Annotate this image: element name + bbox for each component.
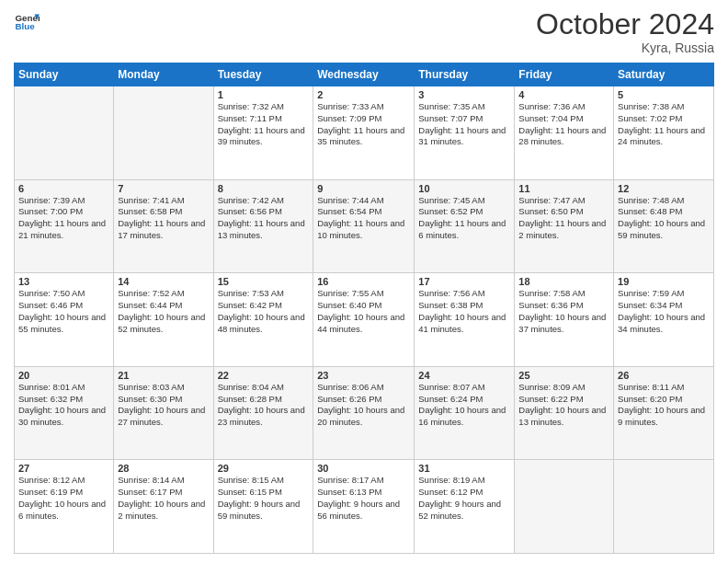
header-friday: Friday xyxy=(515,63,614,86)
svg-text:Blue: Blue xyxy=(15,21,35,31)
table-row: 11Sunrise: 7:47 AM Sunset: 6:50 PM Dayli… xyxy=(515,179,614,273)
calendar-week-row: 20Sunrise: 8:01 AM Sunset: 6:32 PM Dayli… xyxy=(15,366,714,460)
table-row: 31Sunrise: 8:19 AM Sunset: 6:12 PM Dayli… xyxy=(415,460,515,554)
table-row xyxy=(515,460,614,554)
table-row: 7Sunrise: 7:41 AM Sunset: 6:58 PM Daylig… xyxy=(114,179,213,273)
table-row xyxy=(114,86,213,180)
header-monday: Monday xyxy=(114,63,213,86)
table-row: 16Sunrise: 7:55 AM Sunset: 6:40 PM Dayli… xyxy=(313,273,415,367)
table-row: 24Sunrise: 8:07 AM Sunset: 6:24 PM Dayli… xyxy=(415,366,515,460)
day-info: Sunrise: 7:56 AM Sunset: 6:38 PM Dayligh… xyxy=(418,288,510,335)
header: General Blue October 2024 Kyra, Russia xyxy=(14,9,714,55)
day-number: 5 xyxy=(618,89,710,100)
day-number: 30 xyxy=(317,463,410,474)
day-number: 1 xyxy=(218,89,310,100)
calendar-week-row: 1Sunrise: 7:32 AM Sunset: 7:11 PM Daylig… xyxy=(15,86,714,180)
day-info: Sunrise: 8:07 AM Sunset: 6:24 PM Dayligh… xyxy=(418,382,510,429)
table-row: 28Sunrise: 8:14 AM Sunset: 6:17 PM Dayli… xyxy=(114,460,213,554)
table-row: 30Sunrise: 8:17 AM Sunset: 6:13 PM Dayli… xyxy=(313,460,415,554)
table-row: 27Sunrise: 8:12 AM Sunset: 6:19 PM Dayli… xyxy=(15,460,114,554)
table-row: 23Sunrise: 8:06 AM Sunset: 6:26 PM Dayli… xyxy=(313,366,415,460)
table-row: 14Sunrise: 7:52 AM Sunset: 6:44 PM Dayli… xyxy=(114,273,213,367)
table-row: 15Sunrise: 7:53 AM Sunset: 6:42 PM Dayli… xyxy=(213,273,313,367)
table-row: 25Sunrise: 8:09 AM Sunset: 6:22 PM Dayli… xyxy=(515,366,614,460)
table-row: 10Sunrise: 7:45 AM Sunset: 6:52 PM Dayli… xyxy=(415,179,515,273)
table-row: 6Sunrise: 7:39 AM Sunset: 7:00 PM Daylig… xyxy=(15,179,114,273)
header-saturday: Saturday xyxy=(614,63,714,86)
table-row: 5Sunrise: 7:38 AM Sunset: 7:02 PM Daylig… xyxy=(614,86,714,180)
table-row: 19Sunrise: 7:59 AM Sunset: 6:34 PM Dayli… xyxy=(614,273,714,367)
day-info: Sunrise: 7:38 AM Sunset: 7:02 PM Dayligh… xyxy=(618,101,710,148)
day-number: 11 xyxy=(518,183,609,194)
day-info: Sunrise: 7:59 AM Sunset: 6:34 PM Dayligh… xyxy=(618,288,710,335)
day-number: 27 xyxy=(18,463,109,474)
table-row: 20Sunrise: 8:01 AM Sunset: 6:32 PM Dayli… xyxy=(15,366,114,460)
day-number: 9 xyxy=(317,183,410,194)
day-number: 2 xyxy=(317,89,410,100)
day-number: 14 xyxy=(118,276,209,287)
table-row: 1Sunrise: 7:32 AM Sunset: 7:11 PM Daylig… xyxy=(213,86,313,180)
header-sunday: Sunday xyxy=(15,63,114,86)
table-row: 8Sunrise: 7:42 AM Sunset: 6:56 PM Daylig… xyxy=(213,179,313,273)
day-number: 29 xyxy=(218,463,310,474)
table-row: 3Sunrise: 7:35 AM Sunset: 7:07 PM Daylig… xyxy=(415,86,515,180)
day-number: 20 xyxy=(18,370,109,381)
day-info: Sunrise: 7:55 AM Sunset: 6:40 PM Dayligh… xyxy=(317,288,410,335)
page: General Blue October 2024 Kyra, Russia S… xyxy=(0,0,728,563)
day-info: Sunrise: 7:33 AM Sunset: 7:09 PM Dayligh… xyxy=(317,101,410,148)
day-info: Sunrise: 8:03 AM Sunset: 6:30 PM Dayligh… xyxy=(118,382,209,429)
table-row: 26Sunrise: 8:11 AM Sunset: 6:20 PM Dayli… xyxy=(614,366,714,460)
table-row xyxy=(15,86,114,180)
day-info: Sunrise: 7:53 AM Sunset: 6:42 PM Dayligh… xyxy=(218,288,310,335)
table-row: 4Sunrise: 7:36 AM Sunset: 7:04 PM Daylig… xyxy=(515,86,614,180)
table-row: 13Sunrise: 7:50 AM Sunset: 6:46 PM Dayli… xyxy=(15,273,114,367)
day-number: 13 xyxy=(18,276,109,287)
day-info: Sunrise: 8:15 AM Sunset: 6:15 PM Dayligh… xyxy=(218,475,310,522)
table-row: 21Sunrise: 8:03 AM Sunset: 6:30 PM Dayli… xyxy=(114,366,213,460)
table-row: 22Sunrise: 8:04 AM Sunset: 6:28 PM Dayli… xyxy=(213,366,313,460)
calendar-week-row: 6Sunrise: 7:39 AM Sunset: 7:00 PM Daylig… xyxy=(15,179,714,273)
table-row: 2Sunrise: 7:33 AM Sunset: 7:09 PM Daylig… xyxy=(313,86,415,180)
calendar-week-row: 13Sunrise: 7:50 AM Sunset: 6:46 PM Dayli… xyxy=(15,273,714,367)
day-info: Sunrise: 7:41 AM Sunset: 6:58 PM Dayligh… xyxy=(118,195,209,242)
day-number: 19 xyxy=(618,276,710,287)
day-info: Sunrise: 8:01 AM Sunset: 6:32 PM Dayligh… xyxy=(18,382,109,429)
subtitle: Kyra, Russia xyxy=(536,40,714,55)
logo-icon: General Blue xyxy=(14,9,40,35)
day-info: Sunrise: 7:39 AM Sunset: 7:00 PM Dayligh… xyxy=(18,195,109,242)
day-info: Sunrise: 7:42 AM Sunset: 6:56 PM Dayligh… xyxy=(218,195,310,242)
day-number: 21 xyxy=(118,370,209,381)
day-number: 18 xyxy=(518,276,609,287)
header-thursday: Thursday xyxy=(415,63,515,86)
calendar-week-row: 27Sunrise: 8:12 AM Sunset: 6:19 PM Dayli… xyxy=(15,460,714,554)
day-info: Sunrise: 8:09 AM Sunset: 6:22 PM Dayligh… xyxy=(518,382,609,429)
day-info: Sunrise: 8:06 AM Sunset: 6:26 PM Dayligh… xyxy=(317,382,410,429)
day-number: 31 xyxy=(418,463,510,474)
day-info: Sunrise: 8:14 AM Sunset: 6:17 PM Dayligh… xyxy=(118,475,209,522)
day-info: Sunrise: 7:36 AM Sunset: 7:04 PM Dayligh… xyxy=(518,101,609,148)
day-number: 7 xyxy=(118,183,209,194)
title-section: October 2024 Kyra, Russia xyxy=(536,9,714,55)
day-info: Sunrise: 7:52 AM Sunset: 6:44 PM Dayligh… xyxy=(118,288,209,335)
day-number: 10 xyxy=(418,183,510,194)
day-info: Sunrise: 7:58 AM Sunset: 6:36 PM Dayligh… xyxy=(518,288,609,335)
day-number: 15 xyxy=(218,276,310,287)
day-number: 25 xyxy=(518,370,609,381)
day-number: 17 xyxy=(418,276,510,287)
day-number: 4 xyxy=(518,89,609,100)
main-title: October 2024 xyxy=(536,9,714,39)
day-number: 6 xyxy=(18,183,109,194)
calendar-table: Sunday Monday Tuesday Wednesday Thursday… xyxy=(14,63,714,554)
day-info: Sunrise: 8:12 AM Sunset: 6:19 PM Dayligh… xyxy=(18,475,109,522)
day-info: Sunrise: 8:04 AM Sunset: 6:28 PM Dayligh… xyxy=(218,382,310,429)
day-info: Sunrise: 8:17 AM Sunset: 6:13 PM Dayligh… xyxy=(317,475,410,522)
table-row: 17Sunrise: 7:56 AM Sunset: 6:38 PM Dayli… xyxy=(415,273,515,367)
logo: General Blue xyxy=(14,9,40,35)
day-number: 16 xyxy=(317,276,410,287)
day-number: 3 xyxy=(418,89,510,100)
day-info: Sunrise: 7:35 AM Sunset: 7:07 PM Dayligh… xyxy=(418,101,510,148)
day-info: Sunrise: 7:48 AM Sunset: 6:48 PM Dayligh… xyxy=(618,195,710,242)
day-number: 23 xyxy=(317,370,410,381)
day-info: Sunrise: 8:19 AM Sunset: 6:12 PM Dayligh… xyxy=(418,475,510,522)
table-row: 29Sunrise: 8:15 AM Sunset: 6:15 PM Dayli… xyxy=(213,460,313,554)
